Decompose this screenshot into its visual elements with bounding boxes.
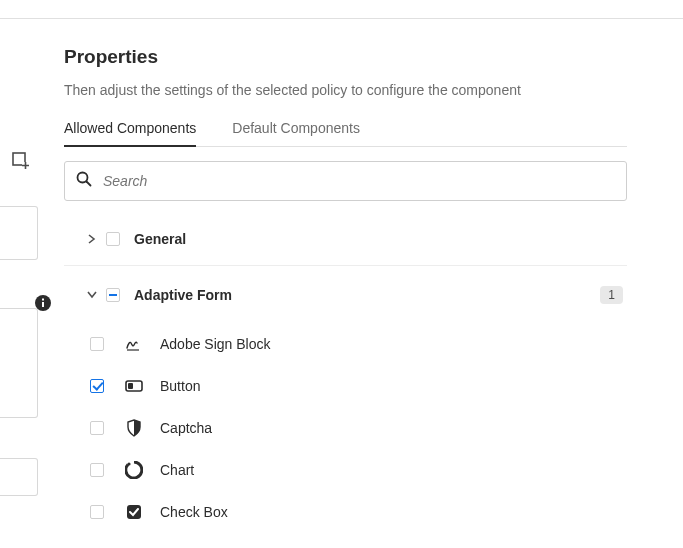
properties-panel: Properties Then adjust the settings of t… bbox=[64, 46, 627, 533]
rail-placeholder-1 bbox=[0, 206, 38, 260]
chevron-right-icon[interactable] bbox=[80, 227, 104, 251]
list-item: Captcha bbox=[64, 407, 627, 449]
list-item: Button bbox=[64, 365, 627, 407]
checkbox-button[interactable] bbox=[90, 379, 104, 393]
group-adaptive-form: Adaptive Form 1 bbox=[64, 273, 627, 317]
panel-subtitle: Then adjust the settings of the selected… bbox=[64, 82, 627, 98]
count-badge: 1 bbox=[600, 286, 623, 304]
group-general: General bbox=[64, 217, 627, 261]
add-policy-icon[interactable] bbox=[0, 140, 42, 182]
item-label: Check Box bbox=[160, 504, 228, 520]
search-box[interactable] bbox=[64, 161, 627, 201]
chevron-down-icon[interactable] bbox=[80, 283, 104, 307]
item-label: Chart bbox=[160, 462, 194, 478]
search-icon bbox=[75, 170, 93, 192]
list-item: Check Box bbox=[64, 491, 627, 533]
svg-rect-7 bbox=[128, 383, 133, 389]
checkbox-adobe-sign-block[interactable] bbox=[90, 337, 104, 351]
list-item: Adobe Sign Block bbox=[64, 323, 627, 365]
rail-placeholder-3 bbox=[0, 458, 38, 496]
component-tree: General Adaptive Form 1 Adobe Sign Block bbox=[64, 217, 627, 533]
search-input[interactable] bbox=[103, 173, 616, 189]
signature-icon bbox=[122, 332, 146, 356]
svg-point-8 bbox=[127, 462, 130, 465]
button-icon bbox=[122, 374, 146, 398]
rail-placeholder-2 bbox=[0, 308, 38, 418]
shield-icon bbox=[122, 416, 146, 440]
left-rail bbox=[0, 140, 42, 182]
svg-rect-3 bbox=[42, 302, 44, 307]
checkbox-general[interactable] bbox=[106, 232, 120, 246]
item-label: Captcha bbox=[160, 420, 212, 436]
tab-allowed-components[interactable]: Allowed Components bbox=[64, 120, 196, 146]
tabs: Allowed Components Default Components bbox=[64, 120, 627, 147]
panel-title: Properties bbox=[64, 46, 627, 68]
checkbox-captcha[interactable] bbox=[90, 421, 104, 435]
item-label: Button bbox=[160, 378, 200, 394]
checkbox-check-box[interactable] bbox=[90, 505, 104, 519]
top-divider bbox=[0, 18, 683, 19]
tab-default-components[interactable]: Default Components bbox=[232, 120, 360, 146]
checkbox-adaptive-form[interactable] bbox=[106, 288, 120, 302]
group-label-adaptive-form: Adaptive Form bbox=[134, 287, 232, 303]
group-label-general: General bbox=[134, 231, 186, 247]
chart-icon bbox=[122, 458, 146, 482]
item-label: Adobe Sign Block bbox=[160, 336, 271, 352]
checkbox-chart[interactable] bbox=[90, 463, 104, 477]
list-item: Chart bbox=[64, 449, 627, 491]
svg-rect-4 bbox=[42, 299, 44, 301]
checkbox-icon bbox=[122, 500, 146, 524]
